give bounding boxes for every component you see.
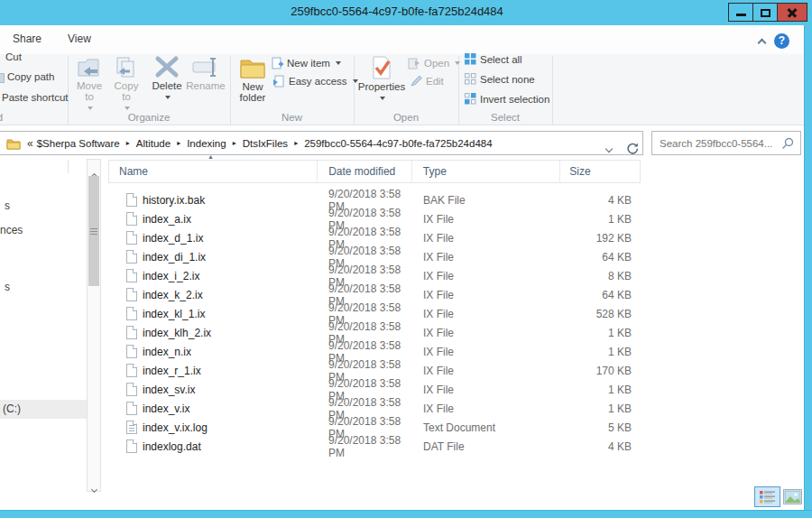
address-row: « $Sherpa Software▸Altitude▸Indexing▸Dts… bbox=[0, 125, 804, 160]
search-input[interactable] bbox=[652, 132, 779, 154]
breadcrumb-separator-icon: ▸ bbox=[177, 139, 180, 147]
file-name-cell[interactable]: index_d_1.ix bbox=[108, 231, 318, 245]
column-header-name[interactable]: Name bbox=[109, 161, 318, 182]
file-name: history.ix.bak bbox=[143, 194, 205, 207]
file-list-body: history.ix.bak 9/20/2018 3:58 PM BAK Fil… bbox=[108, 190, 641, 456]
file-type-cell: IX File bbox=[412, 402, 561, 415]
address-bar[interactable]: « $Sherpa Software▸Altitude▸Indexing▸Dts… bbox=[0, 131, 643, 155]
invert-selection-button[interactable]: Invert selection bbox=[465, 93, 549, 105]
nav-item-fragment[interactable]: (C:) bbox=[3, 402, 21, 415]
table-row[interactable]: indexlog.dat 9/20/2018 3:58 PM DAT File … bbox=[108, 437, 641, 456]
properties-icon bbox=[370, 55, 393, 80]
window-border-bottom bbox=[0, 510, 812, 518]
open-button[interactable]: Open bbox=[408, 57, 460, 69]
ribbon: Cut Copy path Paste shortcut rd Move to … bbox=[0, 54, 804, 125]
file-name-cell[interactable]: index_r_1.ix bbox=[108, 364, 318, 377]
details-view-button[interactable] bbox=[754, 486, 780, 507]
file-name-cell[interactable]: index_sv.ix bbox=[108, 383, 318, 396]
close-icon bbox=[786, 6, 798, 19]
file-type-cell: IX File bbox=[412, 327, 561, 339]
file-name-cell[interactable]: index_k_2.ix bbox=[108, 288, 318, 301]
easy-access-button[interactable]: Easy access bbox=[272, 75, 358, 88]
file-name: index_kl_1.ix bbox=[143, 308, 205, 320]
folder-icon bbox=[6, 137, 21, 150]
breadcrumb-item[interactable]: Altitude bbox=[136, 138, 171, 149]
file-type-cell: IX File bbox=[412, 270, 561, 282]
close-button[interactable] bbox=[777, 3, 807, 22]
file-name-cell[interactable]: indexlog.dat bbox=[108, 439, 318, 453]
select-group-label: Select bbox=[458, 112, 552, 123]
file-size-cell: 1 KB bbox=[561, 327, 641, 339]
scrollbar-grip-icon bbox=[90, 228, 97, 235]
nav-scrollbar-thumb[interactable] bbox=[88, 176, 99, 286]
paste-shortcut-button[interactable]: Paste shortcut bbox=[2, 92, 69, 103]
rename-button[interactable]: Rename bbox=[185, 55, 226, 91]
refresh-icon[interactable] bbox=[625, 142, 639, 155]
sort-ascending-icon[interactable]: ▲ bbox=[208, 153, 214, 160]
scroll-up-icon[interactable] bbox=[88, 161, 100, 175]
new-group-label: New bbox=[230, 112, 354, 123]
breadcrumb-item[interactable]: $Sherpa Software bbox=[37, 138, 120, 149]
tab-share[interactable]: Share bbox=[13, 32, 42, 45]
select-all-button[interactable]: Select all bbox=[465, 53, 522, 65]
new-folder-button[interactable]: New folder bbox=[233, 55, 272, 103]
cut-button[interactable]: Cut bbox=[5, 51, 22, 62]
file-name: index_a.ix bbox=[143, 213, 191, 226]
nav-item-fragment[interactable]: s bbox=[5, 281, 10, 293]
minimize-icon bbox=[736, 14, 746, 16]
breadcrumb-item[interactable]: Indexing bbox=[187, 138, 226, 149]
file-name-cell[interactable]: index_kl_1.ix bbox=[108, 307, 318, 320]
file-name-cell[interactable]: history.ix.bak bbox=[108, 193, 318, 207]
file-size-cell: 192 KB bbox=[561, 232, 641, 245]
open-group-label: Open bbox=[354, 112, 458, 123]
new-item-button[interactable]: New item bbox=[271, 57, 341, 69]
breadcrumb-separator-icon: ▸ bbox=[233, 139, 236, 147]
column-header-size[interactable]: Size bbox=[560, 161, 640, 182]
nav-item-fragment[interactable]: nces bbox=[0, 224, 23, 236]
breadcrumb-separator-icon: ▸ bbox=[126, 139, 130, 147]
titlebar[interactable]: 259fbcc0-5564-4c97-b0fe-fa725b24d484 bbox=[0, 0, 812, 25]
dropdown-arrow-icon bbox=[455, 61, 460, 65]
file-name-cell[interactable]: index_i_2.ix bbox=[108, 269, 318, 282]
minimize-button[interactable] bbox=[728, 3, 753, 22]
edit-button[interactable]: Edit bbox=[410, 75, 444, 88]
file-name-cell[interactable]: index_a.ix bbox=[108, 212, 318, 226]
properties-button[interactable]: Properties bbox=[355, 55, 408, 103]
file-name-cell[interactable]: index_v.ix bbox=[108, 402, 318, 415]
copy-path-button[interactable]: Copy path bbox=[7, 71, 54, 82]
breadcrumb-overflow[interactable]: « bbox=[27, 137, 33, 150]
select-none-button[interactable]: Select none bbox=[465, 73, 535, 85]
copy-to-button[interactable]: Copy to bbox=[109, 55, 143, 113]
file-name-cell[interactable]: index_v.ix.log bbox=[108, 421, 318, 434]
edit-icon bbox=[410, 75, 422, 88]
nav-item-fragment[interactable]: s bbox=[5, 199, 10, 212]
file-type-cell: IX File bbox=[412, 213, 561, 226]
window-controls bbox=[729, 3, 807, 22]
file-size-cell: 170 KB bbox=[561, 365, 641, 377]
file-size-cell: 1 KB bbox=[561, 384, 641, 396]
help-icon[interactable]: ? bbox=[774, 33, 789, 49]
nav-scrollbar[interactable] bbox=[87, 159, 101, 492]
delete-icon bbox=[154, 55, 180, 79]
breadcrumb-item[interactable]: 259fbcc0-5564-4c97-b0fe-fa725b24d484 bbox=[304, 138, 492, 149]
delete-button[interactable]: Delete bbox=[149, 55, 185, 102]
maximize-button[interactable] bbox=[752, 3, 778, 22]
file-name-cell[interactable]: index_klh_2.ix bbox=[108, 326, 318, 339]
file-name-cell[interactable]: index_di_1.ix bbox=[108, 250, 318, 264]
thumbnail-view-button[interactable] bbox=[783, 489, 802, 504]
tab-view[interactable]: View bbox=[68, 32, 91, 45]
move-to-icon bbox=[76, 55, 103, 79]
column-header-type[interactable]: Type bbox=[412, 161, 560, 182]
breadcrumb-separator-icon: ▸ bbox=[294, 139, 298, 147]
search-icon[interactable] bbox=[781, 137, 794, 150]
column-header-date-modified[interactable]: Date modified bbox=[318, 161, 412, 182]
address-dropdown-icon[interactable] bbox=[605, 145, 613, 153]
file-name: index_klh_2.ix bbox=[143, 327, 211, 339]
dropdown-arrow-icon bbox=[165, 96, 171, 99]
file-name-cell[interactable]: index_n.ix bbox=[108, 345, 318, 358]
scroll-down-icon[interactable] bbox=[88, 476, 100, 490]
move-to-button[interactable]: Move to bbox=[72, 55, 106, 113]
window-title: 259fbcc0-5564-4c97-b0fe-fa725b24d484 bbox=[0, 5, 794, 18]
window-border-right bbox=[804, 0, 812, 518]
breadcrumb-item[interactable]: DtsIxFiles bbox=[243, 138, 288, 149]
